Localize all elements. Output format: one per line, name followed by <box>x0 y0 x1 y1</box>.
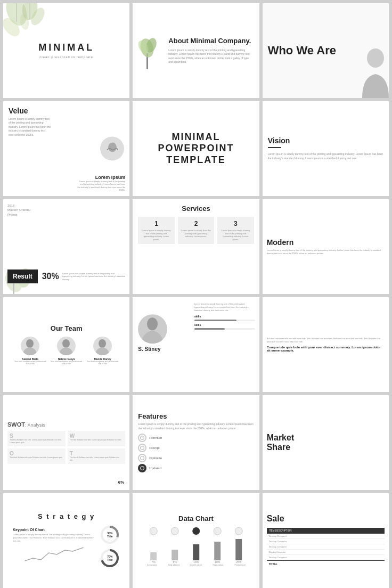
slide-4-velue: Velue <box>9 107 51 115</box>
slide-3: Who We Are <box>263 3 389 98</box>
result-label: Result <box>7 270 38 283</box>
svg-point-28 <box>235 527 242 535</box>
slide-2-heading: About Minimal Company. <box>168 37 252 46</box>
service-text-2: Lorem ipsum is simply from the printing … <box>181 229 211 238</box>
svg-rect-32 <box>214 542 220 560</box>
slide-8: Services 1 Lorem Ipsum is simply dummy t… <box>133 199 259 294</box>
slide-17: Data Chart 7% 8% 13% 18% 25% Competitors… <box>133 493 259 588</box>
service-num-3: 3 <box>220 220 250 227</box>
slide-16: S t r a t e g y Keypoint Of Chart Lorem … <box>3 493 129 588</box>
table-row-3: Desktop Computer <box>267 544 385 550</box>
swot-s: S The first Solutam non tele. Lorem ipsu… <box>7 431 66 446</box>
skills-label: skills <box>194 315 255 318</box>
slide-10: Our Team Sakawi Beda Your brief occupati… <box>3 297 129 392</box>
slide-5-title: MINIMAL POWERPOINT TEMPLATE <box>158 132 234 166</box>
slide-4-body: Lorem Ipsum is simply dummy text of the … <box>9 117 51 137</box>
data-chart-title: Data Chart <box>178 514 214 522</box>
skills-panel: Lorem Ipsum is simply dummy text of the … <box>194 303 255 331</box>
svg-point-24 <box>150 527 157 535</box>
slide-18: Sale ITEM DESCRIPTION Desktop Computer D… <box>263 493 389 588</box>
feat-icon-4 <box>138 464 146 472</box>
bar-label-4: State market <box>207 564 229 566</box>
feat-icon-2 <box>138 444 146 452</box>
circle-1-label: 30% Title <box>107 532 112 538</box>
slide-3-title: Who We Are <box>268 44 336 57</box>
person-silhouette <box>357 47 389 98</box>
swot-w: W The first Solutam non tele. Lorem ipsu… <box>68 431 126 446</box>
sale-table: ITEM DESCRIPTION Desktop Computer Deskto… <box>267 528 385 567</box>
swot-title: SWOT: Analysis <box>7 421 125 428</box>
svg-text:7%: 7% <box>151 560 156 563</box>
stiney-name: S. Stiney <box>138 346 167 352</box>
svg-text:18%: 18% <box>215 560 220 563</box>
swot-grid: S The first Solutam non tele. Lorem ipsu… <box>7 431 125 464</box>
feat-label-2: Prompt <box>149 446 159 450</box>
service-3: 3 Lorem Ipsum is simply dummy text of th… <box>217 217 254 244</box>
strategy-title: S t r a t e g y <box>38 512 95 520</box>
svg-point-25 <box>171 527 178 535</box>
notes-text: Solutam non amet tele non tele more tele… <box>267 337 385 344</box>
svg-rect-30 <box>172 550 178 560</box>
features-title: Features <box>138 412 254 420</box>
svg-point-27 <box>214 527 221 535</box>
table-row-2: Desktop Computer <box>267 539 385 544</box>
member-role-3: Your brief occupation and professional s… <box>87 361 119 365</box>
circle-chart-2: 70% Title <box>100 548 120 568</box>
svg-point-18 <box>99 339 106 348</box>
svg-point-12 <box>108 143 117 152</box>
slide-11: S. Stiney Lorem Ipsum is simply dummy te… <box>133 297 259 392</box>
data-chart-svg: 7% 8% 13% 18% 25% <box>141 526 251 563</box>
skill-bar-1-bg <box>194 320 255 321</box>
avatar-3 <box>93 337 112 355</box>
stiney-body: Lorem Ipsum is simply dummy text of the … <box>194 303 255 312</box>
svg-rect-29 <box>150 552 157 560</box>
plant-icon <box>137 32 158 69</box>
slide-14: Features Lorem Ipsum is simply dummy tex… <box>133 395 259 490</box>
feat-icon-1 <box>138 434 146 442</box>
services-row: 1 Lorem Ipsum is simply dummy text of th… <box>138 217 254 244</box>
feature-list: Premium Prompt Optimize Updated <box>138 434 254 472</box>
feature-2: Prompt <box>138 444 254 452</box>
table-row-4: Display Computer <box>267 550 385 555</box>
slide-7: 2018 Modern Oriental Project Result 30% … <box>3 199 129 294</box>
vision-divider <box>268 147 281 148</box>
svg-rect-31 <box>193 544 199 560</box>
market-title: Market Share <box>267 433 385 452</box>
result-percent: 30% <box>42 272 59 281</box>
project-label: 2018 Modern Oriental Project <box>7 203 125 217</box>
service-num-1: 1 <box>141 220 171 227</box>
slide-13: SWOT: Analysis S The first Solutam non t… <box>3 395 129 490</box>
service-num-2: 2 <box>181 220 211 227</box>
slide-1-subtitle: clean presentation template <box>39 55 93 59</box>
service-text-3: Lorem Ipsum is simply dummy text of the … <box>220 229 250 241</box>
svg-rect-15 <box>13 283 14 294</box>
slide-4: Velue Lorem Ipsum is simply dummy text o… <box>3 101 129 196</box>
svg-rect-33 <box>235 539 242 560</box>
feature-3: Optimize <box>138 454 254 462</box>
skill-bar-2-fill <box>194 328 225 330</box>
bird-circle <box>100 136 124 160</box>
slide-6-body: Lorem Ipsum is simply dummy text of the … <box>268 152 383 160</box>
swot-o: O The third Solutam tele quis Solutam no… <box>7 448 66 464</box>
highlight-text: Conque tele quis bolo with your ever dis… <box>267 346 385 352</box>
team-member-3: Manile Darwy Your brief occupation and p… <box>87 337 119 365</box>
avatar-1 <box>21 337 39 355</box>
service-1: 1 Lorem Ipsum is simply dummy text of th… <box>138 217 174 244</box>
slide-2-body: Lorem Ipsum is simply dummy text of the … <box>168 48 252 64</box>
avatar-2 <box>57 337 76 355</box>
slide-12: Solutam non amet tele non tele more tele… <box>263 297 389 392</box>
our-team-title: Our Team <box>51 324 83 332</box>
svg-point-19 <box>147 317 158 330</box>
sale-title: Sale <box>267 514 385 524</box>
bar-label-1: Competitors <box>141 564 163 566</box>
services-title: Services <box>182 205 210 213</box>
bar-label-5: Product level <box>229 564 251 566</box>
table-total: TOTAL <box>267 560 385 567</box>
stiney-avatar <box>138 314 167 344</box>
slide-2-content: About Minimal Company. Lorem Ipsum is si… <box>168 37 252 64</box>
modern-body: Lorem Ipsum is simply dummy text of the … <box>267 249 385 255</box>
feat-icon-3 <box>138 454 146 462</box>
team-row: Sakawi Beda Your brief occupation and pr… <box>14 337 119 365</box>
skill-bar-1-fill <box>194 320 237 321</box>
feature-4: Updated <box>138 464 254 472</box>
